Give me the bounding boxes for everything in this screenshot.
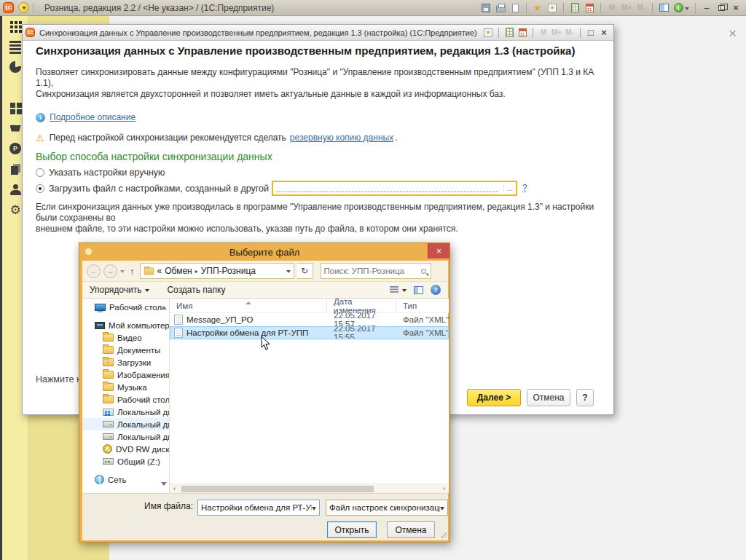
tree-item-shared-drive[interactable]: Общий (Z:): [82, 455, 169, 468]
column-header-date[interactable]: Дата изменения: [327, 299, 396, 312]
browse-dots-button[interactable]: ...: [503, 185, 516, 192]
column-header-type[interactable]: Тип: [396, 299, 449, 312]
memory-mminus-button[interactable]: M-: [634, 1, 648, 15]
sort-ascending-icon[interactable]: [246, 299, 251, 304]
forward-button[interactable]: →: [103, 264, 117, 278]
folder-icon: [144, 267, 154, 275]
calculator-button[interactable]: [503, 26, 516, 39]
view-mode-menu[interactable]: [390, 286, 407, 294]
dialog-cancel-button[interactable]: Отмена: [387, 521, 435, 538]
main-window-title: Розница, редакция 2.2 / <Не указан> / (1…: [44, 3, 274, 13]
minimize-button[interactable]: –: [699, 1, 714, 15]
refresh-button[interactable]: ↻: [297, 263, 313, 279]
close-button[interactable]: ×: [729, 1, 743, 15]
lightbox-close-icon[interactable]: ×: [729, 26, 737, 40]
restore-button[interactable]: [714, 1, 729, 15]
settings-file-field[interactable]: ...: [272, 181, 517, 196]
memory-m-button[interactable]: M: [605, 1, 619, 15]
main-menu-button[interactable]: [18, 2, 29, 13]
tree-scroll-up-icon[interactable]: [161, 303, 167, 309]
divider: [600, 3, 601, 13]
tree-item-documents[interactable]: Документы: [82, 344, 169, 356]
organize-caret-icon: [145, 289, 149, 294]
scrollbar-thumb[interactable]: [181, 486, 374, 492]
radio-circle[interactable]: [36, 168, 44, 177]
file-row-selected[interactable]: Настройки обмена для РТ-УПП 22.05.2017 1…: [170, 326, 449, 339]
file-list: Имя Дата изменения Тип Message_УП_РО 22.…: [170, 299, 449, 493]
field-help-link[interactable]: ?: [522, 183, 527, 193]
radio-manual-label: Указать настройки вручную: [49, 167, 165, 178]
back-button[interactable]: ←: [87, 264, 101, 278]
tree-item-downloads[interactable]: Загрузки: [82, 356, 169, 368]
list-header: Имя Дата изменения Тип: [170, 299, 449, 313]
add-favorite-icon[interactable]: ★: [530, 1, 545, 15]
up-button[interactable]: ↑: [130, 266, 135, 277]
breadcrumb-part[interactable]: Обмен: [165, 266, 192, 276]
tree-item-dvd-drive[interactable]: DVD RW дисково: [82, 443, 169, 455]
calendar-button[interactable]: 31: [516, 26, 529, 39]
tree-item-desktop-folder[interactable]: Рабочий стол: [82, 393, 169, 406]
radio-manual-settings[interactable]: Указать настройки вручную: [36, 167, 165, 178]
backup-link[interactable]: резервную копию данных: [290, 133, 393, 143]
search-input[interactable]: [324, 267, 421, 275]
print-button[interactable]: [493, 1, 508, 15]
divider: [526, 3, 527, 13]
memory-mminus-button[interactable]: M-: [563, 26, 576, 39]
resize-grip[interactable]: [441, 532, 447, 538]
next-button[interactable]: Далее >: [467, 389, 521, 406]
close-button[interactable]: ×: [597, 26, 610, 39]
history-caret-icon[interactable]: [120, 270, 125, 275]
memory-m-button[interactable]: M: [537, 26, 550, 39]
save-button[interactable]: [479, 1, 493, 15]
tree-item-desktop[interactable]: Рабочий стол: [82, 301, 169, 313]
hint-text: Нажмите к: [36, 374, 80, 384]
breadcrumb[interactable]: « Обмен ▸ УПП-Розница: [140, 263, 294, 279]
xml-file-icon: [174, 328, 183, 338]
warning-row: ⚠ Перед настройкой синхронизации рекомен…: [36, 133, 398, 143]
tree-item-videos[interactable]: Видео: [82, 331, 169, 344]
help-button[interactable]: ?: [576, 389, 594, 406]
horizontal-scrollbar[interactable]: ‹ ›: [170, 484, 449, 493]
maximize-button[interactable]: □: [584, 26, 597, 39]
divider: [563, 3, 564, 13]
new-folder-button[interactable]: Создать папку: [167, 285, 225, 295]
scroll-left-icon[interactable]: ‹: [170, 484, 179, 494]
info-menu-button[interactable]: i: [671, 1, 691, 15]
window-icon: 1С: [25, 28, 35, 37]
tree-item-local-drive[interactable]: Локальный диск: [82, 418, 169, 430]
tree-item-music[interactable]: Музыка: [82, 381, 169, 393]
print-preview-button[interactable]: [508, 1, 522, 15]
breadcrumb-part[interactable]: УПП-Розница: [201, 266, 256, 276]
search-box[interactable]: [321, 263, 431, 279]
combo-caret-icon: [440, 507, 444, 513]
sync-window-title: Синхронизация данных с Управление произв…: [39, 28, 477, 37]
memory-mplus-button[interactable]: M+: [550, 26, 563, 39]
breadcrumb-caret-icon[interactable]: [286, 270, 291, 275]
calculator-button[interactable]: [568, 1, 582, 15]
settings-file-input[interactable]: [273, 182, 503, 194]
tree-item-local-drive[interactable]: Локальный диск: [82, 430, 169, 443]
split-window-button[interactable]: [656, 1, 671, 15]
favorites-icon[interactable]: ★: [545, 1, 560, 15]
tree-scroll-down-icon[interactable]: [161, 482, 167, 489]
filetype-combo[interactable]: Файл настроек синхронизаци: [326, 500, 448, 516]
memory-mplus-button[interactable]: M+: [619, 1, 634, 15]
open-button[interactable]: Открыть: [327, 521, 377, 538]
tree-item-pictures[interactable]: Изображения: [82, 368, 169, 381]
dialog-help-icon[interactable]: ?: [431, 285, 441, 295]
dialog-close-button[interactable]: ×: [428, 243, 449, 259]
preview-pane-icon[interactable]: [414, 286, 423, 294]
file-row[interactable]: Message_УП_РО 22.05.2017 15:57 Файл "XML…: [170, 313, 449, 326]
tree-item-system-drive[interactable]: Локальный диск: [82, 406, 169, 418]
filename-combo[interactable]: Настройки обмена для РТ-УПП: [197, 500, 320, 516]
radio-circle-selected[interactable]: [36, 184, 44, 193]
organize-menu[interactable]: Упорядочить: [90, 285, 149, 295]
calendar-button[interactable]: 31: [582, 1, 597, 15]
warning-text: Перед настройкой синхронизации рекоменду…: [50, 133, 286, 143]
cancel-button[interactable]: Отмена: [527, 389, 570, 406]
tree-item-network[interactable]: Сеть: [82, 473, 169, 486]
favorites-icon[interactable]: ★: [482, 26, 495, 39]
scroll-right-icon[interactable]: ›: [439, 484, 449, 494]
tree-item-computer[interactable]: Мой компьютер -: [82, 319, 169, 331]
details-link[interactable]: Подробное описание: [50, 112, 136, 122]
